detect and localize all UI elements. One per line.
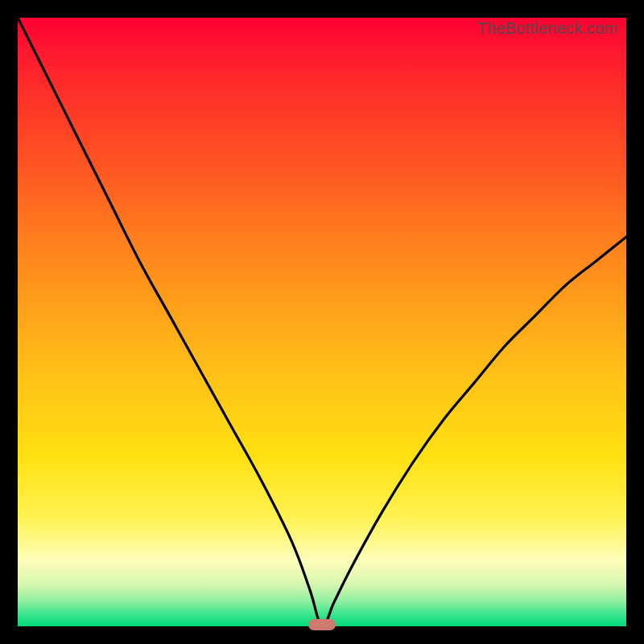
plot-area: TheBottleneck.com xyxy=(18,18,626,626)
bottleneck-curve xyxy=(18,18,626,626)
curve-path xyxy=(18,18,626,626)
minimum-marker xyxy=(308,619,336,630)
chart-frame: TheBottleneck.com xyxy=(0,0,644,644)
